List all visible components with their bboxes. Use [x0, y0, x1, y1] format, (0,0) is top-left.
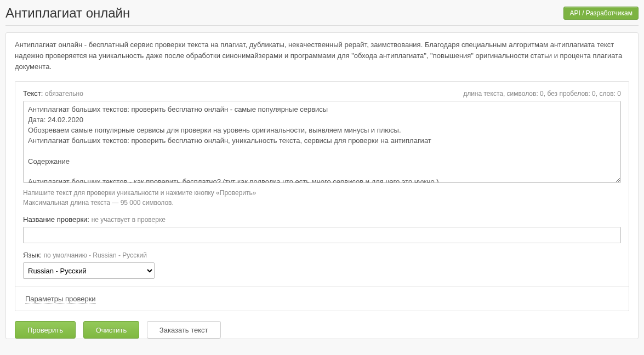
order-text-button[interactable]: Заказать текст — [147, 321, 221, 339]
check-button[interactable]: Проверить — [15, 321, 76, 339]
lang-label: Язык: — [23, 251, 42, 259]
page-title: Антиплагиат онлайн — [5, 5, 130, 21]
main-card: Антиплагиат онлайн - бесплатный сервис п… — [5, 32, 639, 339]
text-label: Текст: — [23, 89, 43, 98]
clear-button[interactable]: Очистить — [83, 321, 140, 339]
title-hint: не участвует в проверке — [92, 216, 166, 224]
lang-select[interactable]: Russian - Русский — [23, 262, 155, 279]
text-help-2: Максимальная длина текста — 95 000 симво… — [23, 198, 621, 208]
title-input[interactable] — [23, 227, 621, 243]
text-input[interactable] — [23, 101, 621, 183]
form-box: Текст: обязательно длина текста, символо… — [15, 81, 629, 311]
text-counter: длина текста, символов: 0, без пробелов:… — [463, 90, 621, 98]
intro-text: Антиплагиат онлайн - бесплатный сервис п… — [6, 33, 638, 77]
lang-hint: по умолчанию - Russian - Русский — [44, 251, 147, 259]
check-params-link[interactable]: Параметры проверки — [25, 295, 96, 304]
title-label: Название проверки: — [23, 215, 89, 224]
text-help-1: Напишите текст для проверки уникальности… — [23, 188, 621, 198]
text-required-hint: обязательно — [45, 90, 83, 98]
api-developers-button[interactable]: API / Разработчикам — [563, 7, 639, 20]
